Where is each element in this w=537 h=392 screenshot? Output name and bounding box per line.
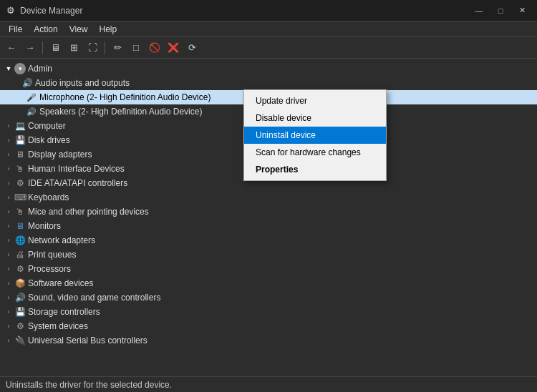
speaker-icon: 🔊	[26, 106, 37, 117]
status-bar: Uninstalls the driver for the selected d…	[0, 376, 537, 392]
computer-label: Computer	[28, 121, 66, 131]
tree-root[interactable]: ▼ ▾ Admin	[0, 62, 537, 76]
maximize-button[interactable]: □	[491, 4, 510, 18]
monitors-expand-icon: ›	[3, 220, 14, 232]
monitors-label: Monitors	[28, 221, 61, 231]
root-label: Admin	[28, 64, 52, 74]
ctx-disable-device-label: Disable device	[256, 113, 311, 123]
network-label: Network adapters	[28, 235, 95, 245]
soft-icon: 📦	[14, 278, 26, 289]
toolbar-btn-5[interactable]: □	[127, 39, 145, 57]
soft-label: Software devices	[28, 278, 93, 288]
display-icon: 🖥	[14, 149, 26, 160]
ctx-uninstall-device[interactable]: Uninstall device	[244, 127, 386, 144]
ctx-update-driver-label: Update driver	[256, 96, 307, 106]
mic-label: Microphone (2- High Definition Audio Dev…	[39, 92, 211, 102]
tree-item-proc[interactable]: › ⚙ Processors	[0, 262, 537, 276]
root-avatar-icon: ▾	[14, 63, 26, 74]
hid-label: Human Interface Devices	[28, 164, 125, 174]
toolbar-btn-4[interactable]: ✏	[109, 39, 126, 57]
disk-label: Disk drives	[28, 135, 70, 145]
toolbar-btn-3[interactable]: ⛶	[84, 39, 101, 57]
menu-bar: FileActionViewHelp	[0, 21, 537, 37]
audio-icon: 🔊	[21, 77, 33, 89]
toolbar-sep-1	[42, 41, 43, 54]
computer-expand-icon: ›	[3, 120, 14, 132]
sound-expand-icon: ›	[3, 292, 14, 303]
toolbar-btn-2[interactable]: ⊞	[65, 39, 82, 57]
ide-expand-icon: ›	[3, 177, 14, 189]
keyboard-expand-icon: ›	[3, 192, 14, 203]
ctx-disable-device[interactable]: Disable device	[244, 109, 386, 127]
tree-item-network[interactable]: › 🌐 Network adapters	[0, 233, 537, 248]
ide-label: IDE ATA/ATAPI controllers	[28, 178, 127, 188]
sound-icon: 🔊	[14, 292, 26, 303]
ctx-update-driver[interactable]: Update driver	[244, 92, 386, 109]
menu-item-view[interactable]: View	[64, 23, 94, 36]
mice-icon: 🖱	[14, 206, 26, 217]
minimize-button[interactable]: —	[470, 4, 488, 18]
hid-expand-icon: ›	[3, 163, 14, 175]
tree-item-storage[interactable]: › 💾 Storage controllers	[0, 305, 537, 319]
print-icon: 🖨	[14, 249, 26, 260]
tree-item-system[interactable]: › ⚙ System devices	[0, 319, 537, 333]
hid-icon: 🖱	[14, 163, 26, 175]
proc-label: Processors	[28, 264, 71, 274]
app-icon: ⚙	[6, 6, 16, 16]
display-expand-icon: ›	[3, 149, 14, 160]
display-label: Display adapters	[28, 150, 92, 160]
tree-item-mice[interactable]: › 🖱 Mice and other pointing devices	[0, 205, 537, 219]
speaker-label: Speakers (2- High Definition Audio Devic…	[39, 107, 202, 117]
keyboard-icon: ⌨	[14, 192, 26, 203]
usb-expand-icon: ›	[3, 335, 14, 346]
toolbar-forward[interactable]: →	[21, 39, 39, 57]
ctx-scan-hardware[interactable]: Scan for hardware changes	[244, 144, 386, 161]
window-controls: — □ ✕	[470, 4, 531, 18]
status-text: Uninstalls the driver for the selected d…	[6, 380, 172, 390]
toolbar-btn-7[interactable]: ❌	[165, 39, 182, 57]
toolbar-sep-2	[105, 41, 105, 54]
mic-icon: 🎤	[26, 92, 37, 103]
monitors-icon: 🖥	[14, 220, 26, 232]
menu-item-action[interactable]: Action	[28, 23, 63, 36]
title-bar: ⚙ Device Manager — □ ✕	[0, 0, 537, 21]
ctx-uninstall-device-label: Uninstall device	[256, 130, 316, 140]
toolbar-btn-8[interactable]: ⟳	[183, 39, 200, 57]
computer-icon: 💻	[14, 120, 26, 132]
system-label: System devices	[28, 321, 88, 331]
close-button[interactable]: ✕	[513, 4, 531, 18]
toolbar-btn-1[interactable]: 🖥	[47, 39, 64, 57]
storage-label: Storage controllers	[28, 307, 100, 317]
tree-item-keyboard[interactable]: › ⌨ Keyboards	[0, 190, 537, 205]
ctx-properties[interactable]: Properties	[244, 161, 386, 178]
network-icon: 🌐	[14, 235, 26, 246]
tree-item-sound[interactable]: › 🔊 Sound, video and game controllers	[0, 290, 537, 305]
disk-icon: 💾	[14, 134, 26, 146]
sound-label: Sound, video and game controllers	[28, 293, 160, 303]
system-expand-icon: ›	[3, 320, 14, 332]
toolbar-back[interactable]: ←	[3, 39, 20, 57]
storage-expand-icon: ›	[3, 306, 14, 318]
tree-item-print[interactable]: › 🖨 Print queues	[0, 248, 537, 262]
context-menu: Update driver Disable device Uninstall d…	[243, 89, 387, 181]
tree-item-monitors[interactable]: › 🖥 Monitors	[0, 219, 537, 233]
usb-icon: 🔌	[14, 335, 26, 346]
ide-icon: ⚙	[14, 177, 26, 189]
ctx-scan-hardware-label: Scan for hardware changes	[256, 147, 361, 157]
tree-item-audio[interactable]: 🔊 Audio inputs and outputs	[0, 76, 537, 90]
app-title: Device Manager	[20, 6, 465, 16]
disk-expand-icon: ›	[3, 134, 14, 146]
tree-item-soft[interactable]: › 📦 Software devices	[0, 276, 537, 290]
system-icon: ⚙	[14, 320, 26, 332]
menu-item-help[interactable]: Help	[94, 23, 123, 36]
print-expand-icon: ›	[3, 249, 14, 260]
menu-item-file[interactable]: File	[3, 23, 28, 36]
soft-expand-icon: ›	[3, 278, 14, 289]
keyboard-label: Keyboards	[28, 192, 69, 202]
tree-item-usb[interactable]: › 🔌 Universal Serial Bus controllers	[0, 333, 537, 348]
mice-expand-icon: ›	[3, 206, 14, 217]
proc-expand-icon: ›	[3, 263, 14, 275]
mice-label: Mice and other pointing devices	[28, 207, 149, 217]
storage-icon: 💾	[14, 306, 26, 318]
toolbar-btn-6[interactable]: 🚫	[146, 39, 163, 57]
